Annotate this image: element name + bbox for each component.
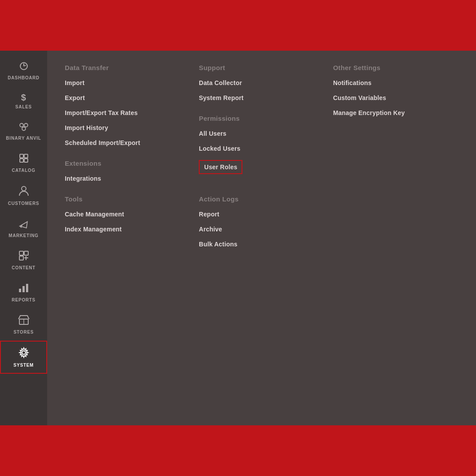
menu-item-locked-users[interactable]: Locked Users [199, 145, 324, 152]
section-title-data-transfer: Data Transfer [65, 64, 190, 71]
marketing-icon [19, 218, 29, 231]
sidebar-item-customers[interactable]: CUSTOMERS [0, 179, 47, 212]
section-title-permissions: Permissions [199, 115, 324, 122]
sidebar-label-binary-anvil: BINARY ANVIL [6, 136, 41, 141]
section-support: Support Data Collector System Report [199, 64, 324, 101]
section-title-support: Support [199, 64, 324, 71]
sidebar: DASHBOARD $ SALES BINARY ANVIL [0, 51, 47, 425]
section-data-transfer: Data Transfer Import Export Import/Expor… [65, 64, 190, 146]
main-container: DASHBOARD $ SALES BINARY ANVIL [0, 51, 476, 425]
svg-rect-8 [20, 159, 23, 162]
sidebar-label-marketing: MARKETING [9, 233, 39, 238]
svg-point-10 [22, 186, 26, 191]
svg-point-21 [22, 351, 26, 354]
dashboard-icon [18, 61, 30, 74]
sidebar-item-system[interactable]: SYSTEM [0, 341, 47, 374]
column-3: Other Settings Notifications Custom Vari… [333, 64, 458, 261]
svg-rect-11 [19, 251, 23, 255]
content-icon [19, 250, 29, 264]
svg-rect-13 [19, 256, 23, 260]
svg-point-4 [24, 123, 28, 127]
svg-rect-18 [26, 284, 28, 292]
menu-item-export[interactable]: Export [65, 94, 190, 101]
menu-item-user-roles[interactable]: User Roles [199, 160, 242, 174]
sidebar-label-catalog: CATALOG [12, 168, 36, 173]
content-area: Data Transfer Import Export Import/Expor… [47, 51, 476, 425]
menu-item-import-history[interactable]: Import History [65, 124, 190, 131]
menu-item-bulk-actions[interactable]: Bulk Actions [199, 241, 324, 248]
sidebar-item-dashboard[interactable]: DASHBOARD [0, 55, 47, 86]
menu-item-data-collector[interactable]: Data Collector [199, 79, 324, 86]
svg-rect-6 [20, 154, 23, 158]
menu-item-cache-management[interactable]: Cache Management [65, 211, 190, 218]
section-title-tools: Tools [65, 195, 190, 203]
svg-rect-9 [24, 159, 28, 162]
section-action-logs: Action Logs Report Archive Bulk Actions [199, 195, 324, 248]
sidebar-item-marketing[interactable]: MARKETING [0, 212, 47, 244]
sidebar-label-content: CONTENT [12, 265, 36, 270]
section-tools: Tools Cache Management Index Management [65, 195, 190, 233]
section-title-extensions: Extensions [65, 160, 190, 167]
menu-item-scheduled-import-export[interactable]: Scheduled Import/Export [65, 139, 190, 146]
menu-item-import[interactable]: Import [65, 79, 190, 86]
menu-item-integrations[interactable]: Integrations [65, 175, 190, 182]
sidebar-label-sales: SALES [15, 104, 32, 109]
reports-icon [18, 283, 30, 296]
column-2: Support Data Collector System Report Per… [199, 64, 324, 261]
menu-item-custom-variables[interactable]: Custom Variables [333, 94, 458, 101]
svg-point-5 [22, 127, 26, 130]
column-1: Data Transfer Import Export Import/Expor… [65, 64, 190, 261]
sidebar-item-catalog[interactable]: CATALOG [0, 147, 47, 179]
catalog-icon [19, 153, 29, 166]
menu-item-archive[interactable]: Archive [199, 226, 324, 233]
stores-icon [18, 315, 30, 328]
customers-icon [19, 185, 29, 199]
section-title-action-logs: Action Logs [199, 195, 324, 203]
menu-item-all-users[interactable]: All Users [199, 130, 324, 137]
sidebar-item-reports[interactable]: REPORTS [0, 276, 47, 309]
svg-rect-16 [19, 289, 21, 292]
sidebar-item-content[interactable]: CONTENT [0, 244, 47, 276]
sidebar-label-system: SYSTEM [14, 363, 34, 368]
menu-grid: Data Transfer Import Export Import/Expor… [65, 64, 458, 261]
menu-item-report[interactable]: Report [199, 211, 324, 218]
section-title-other-settings: Other Settings [333, 64, 458, 71]
section-permissions: Permissions All Users Locked Users User … [199, 115, 324, 182]
menu-item-index-management[interactable]: Index Management [65, 226, 190, 233]
sidebar-item-binary-anvil[interactable]: BINARY ANVIL [0, 115, 47, 147]
sidebar-label-customers: CUSTOMERS [8, 201, 39, 206]
svg-rect-7 [24, 154, 28, 158]
sidebar-item-sales[interactable]: $ SALES [0, 86, 47, 115]
svg-rect-17 [22, 286, 25, 292]
svg-rect-12 [24, 251, 28, 255]
menu-item-notifications[interactable]: Notifications [333, 79, 458, 86]
menu-item-import-export-tax-rates[interactable]: Import/Export Tax Rates [65, 109, 190, 116]
section-extensions: Extensions Integrations [65, 160, 190, 182]
sidebar-item-stores[interactable]: STORES [0, 309, 47, 341]
sales-icon: $ [21, 93, 26, 103]
binary-anvil-icon [18, 122, 30, 134]
svg-point-3 [20, 123, 23, 127]
sidebar-label-reports: REPORTS [12, 298, 36, 302]
section-other-settings: Other Settings Notifications Custom Vari… [333, 64, 458, 116]
menu-item-system-report[interactable]: System Report [199, 94, 324, 101]
sidebar-label-stores: STORES [14, 330, 34, 335]
sidebar-label-dashboard: DASHBOARD [7, 75, 39, 80]
menu-item-manage-encryption-key[interactable]: Manage Encryption Key [333, 109, 458, 116]
system-icon [18, 347, 30, 361]
